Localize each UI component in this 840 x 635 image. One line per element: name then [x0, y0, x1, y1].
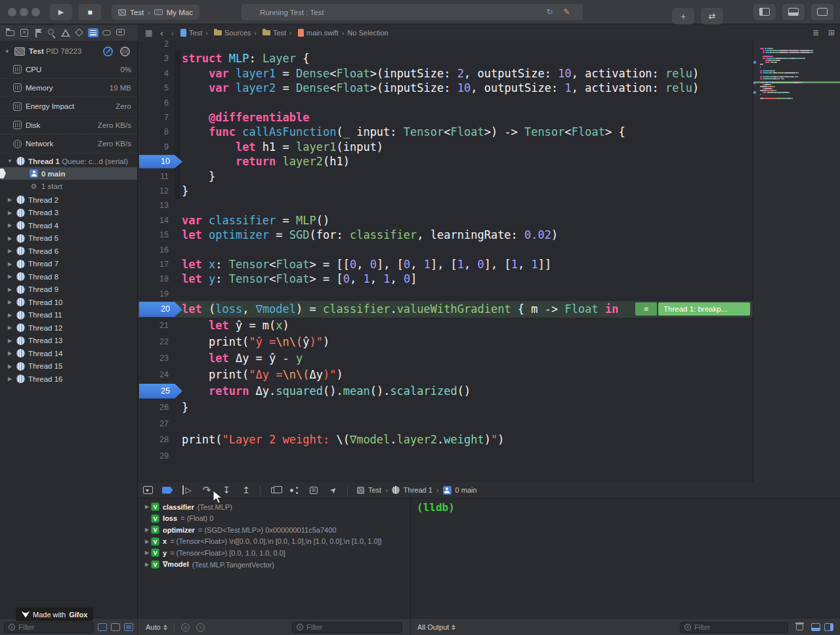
line-number[interactable]: 19: [138, 287, 169, 301]
code-line-6[interactable]: 6: [138, 96, 753, 110]
code-line-3[interactable]: 3struct MLP: Layer {: [138, 51, 753, 66]
line-number[interactable]: 22: [138, 334, 169, 350]
code-line-28[interactable]: 28print("Layer 2 weight: \(∇model.layer2…: [138, 432, 753, 448]
variable-row[interactable]: ▶Vx= (Tensor<Float>) \n[[0.0, 0.0],\n [0…: [138, 536, 410, 547]
code-line-13[interactable]: 13: [138, 198, 753, 213]
line-number[interactable]: 15: [138, 228, 169, 242]
code-line-9[interactable]: 9 let h1 = layer1(input): [138, 140, 753, 154]
disclosure-triangle[interactable]: ▶: [7, 363, 13, 369]
breadcrumb-item[interactable]: Test: [189, 29, 202, 37]
gauge-row-disk[interactable]: DiskZero KB/s: [0, 116, 138, 134]
line-number[interactable]: 12: [138, 184, 169, 198]
hide-debug-area-button[interactable]: [138, 482, 158, 499]
line-number[interactable]: 17: [138, 257, 169, 272]
console-output-label[interactable]: All Output: [417, 623, 449, 631]
line-number[interactable]: 13: [138, 198, 169, 213]
gauge-row-cpu[interactable]: CPU0%: [0, 60, 138, 79]
zoom-button[interactable]: [32, 8, 40, 16]
view-hierarchy-button[interactable]: [264, 482, 284, 499]
disclosure-triangle[interactable]: ▶: [7, 210, 13, 216]
toggle-navigator-button[interactable]: [753, 4, 776, 20]
code-line-24[interactable]: 24 print("Δy =\n\(Δy)"): [138, 367, 753, 383]
reports-navigator-icon[interactable]: [114, 28, 128, 38]
continue-button[interactable]: ▷: [177, 482, 197, 499]
list-icon[interactable]: ≣: [812, 28, 819, 37]
disclosure-triangle[interactable]: ▶: [7, 287, 13, 293]
code-line-18[interactable]: 18let y: Tensor<Float> = [0, 1, 1, 0]: [138, 272, 753, 286]
line-number[interactable]: 23: [138, 350, 169, 367]
console[interactable]: (lldb): [411, 499, 840, 618]
gauge-row-memory[interactable]: Memory19 MB: [0, 79, 138, 97]
navigator-filter-input[interactable]: [18, 623, 89, 631]
line-number[interactable]: 7: [138, 110, 169, 125]
stack-frame-row[interactable]: ⚙1 start: [0, 180, 138, 193]
disclosure-triangle[interactable]: ▶: [7, 338, 13, 344]
debug-breadcrumb-item[interactable]: Thread 1: [404, 486, 432, 494]
output-stepper-icon[interactable]: [452, 625, 455, 630]
breakpoint-annotation[interactable]: =Thread 1: breakp...: [635, 302, 750, 316]
code-line-29[interactable]: 29: [138, 448, 753, 464]
code-line-21[interactable]: 21 let ŷ = m(x): [138, 318, 753, 334]
thread-row[interactable]: ▶Thread 9: [0, 283, 138, 296]
breakpoints-navigator-icon[interactable]: [100, 28, 114, 38]
disclosure-triangle[interactable]: ▼: [4, 49, 10, 54]
code-line-27[interactable]: 27: [138, 416, 753, 432]
line-number[interactable]: 18: [138, 272, 169, 286]
variable-row[interactable]: Vloss= (Float) 0: [138, 513, 410, 524]
line-number[interactable]: 24: [138, 367, 169, 383]
code-line-17[interactable]: 17let x: Tensor<Float> = [[0, 0], [0, 1]…: [138, 257, 753, 272]
gauge-row-energy-impact[interactable]: Energy ImpactZero: [0, 98, 138, 116]
disclosure-triangle[interactable]: ▶: [7, 350, 13, 356]
thread-row[interactable]: ▶Thread 3: [0, 207, 138, 219]
code-line-25[interactable]: 25 return Δy.squared().mean().scalarized…: [138, 383, 753, 399]
code-line-10[interactable]: 10 return layer2(h1): [138, 154, 753, 169]
variables-filter-input[interactable]: [306, 623, 398, 631]
editor-minimap[interactable]: [753, 41, 840, 482]
thread-row[interactable]: ▶Thread 4: [0, 219, 138, 232]
disclosure-triangle[interactable]: ▶: [7, 376, 13, 382]
search-navigator-icon[interactable]: [45, 28, 59, 38]
back-chevron-icon[interactable]: ‹: [160, 28, 163, 38]
thread-row[interactable]: ▶Thread 11: [0, 309, 138, 321]
navigator-filter-field[interactable]: ≡: [4, 622, 94, 633]
line-number[interactable]: 4: [138, 66, 169, 81]
line-number[interactable]: 11: [138, 169, 169, 184]
thread-row[interactable]: ▶Thread 13: [0, 335, 138, 347]
line-number[interactable]: 14: [138, 213, 169, 228]
disclosure-triangle[interactable]: ▶: [7, 312, 13, 318]
line-number[interactable]: 3: [138, 51, 169, 66]
breadcrumb-item[interactable]: No Selection: [347, 29, 388, 37]
line-number[interactable]: 5: [138, 81, 169, 95]
disclosure-triangle[interactable]: ▶: [143, 527, 151, 533]
disclosure-triangle[interactable]: ▶: [7, 261, 13, 267]
disclosure-triangle[interactable]: ▼: [7, 158, 13, 164]
scheme-selector[interactable]: Test › My Mac: [112, 5, 200, 20]
line-number[interactable]: 28: [138, 432, 169, 448]
project-navigator-icon[interactable]: [4, 28, 18, 38]
symbols-navigator-icon[interactable]: [32, 28, 45, 38]
disclosure-triangle[interactable]: ▶: [7, 248, 13, 254]
environment-overrides-button[interactable]: [304, 482, 324, 499]
editor-pane-icon[interactable]: ⊞: [828, 28, 835, 37]
debug-breadcrumb-item[interactable]: Test: [368, 486, 381, 494]
breakpoint-marker[interactable]: 20: [139, 302, 182, 317]
code-line-23[interactable]: 23 let Δy = ŷ - y: [138, 350, 753, 367]
line-number[interactable]: 26: [138, 399, 169, 416]
code-line-7[interactable]: 7 @differentiable: [138, 110, 753, 125]
source-editor[interactable]: 23struct MLP: Layer {4 var layer1 = Dens…: [138, 41, 753, 482]
code-line-12[interactable]: 12}: [138, 184, 753, 198]
warning-icon[interactable]: ✎: [561, 7, 572, 18]
line-number[interactable]: 6: [138, 96, 169, 110]
show-running-icon[interactable]: [98, 623, 107, 631]
memory-graph-button[interactable]: [284, 482, 304, 499]
variable-row[interactable]: ▶V∇model(Test.MLP.TangentVector): [138, 559, 410, 570]
stop-button[interactable]: ■: [79, 4, 101, 20]
disclosure-triangle[interactable]: ▶: [143, 562, 151, 567]
line-number[interactable]: 29: [138, 448, 169, 464]
pause-process-icon[interactable]: [103, 47, 113, 56]
thread-row[interactable]: ▶Thread 5: [0, 232, 138, 245]
progress-icon[interactable]: ↻: [544, 7, 555, 18]
breadcrumb-item[interactable]: main.swift: [306, 29, 339, 37]
debug-breadcrumb-item[interactable]: 0 main: [455, 486, 477, 494]
disclosure-triangle[interactable]: ▶: [7, 325, 13, 331]
